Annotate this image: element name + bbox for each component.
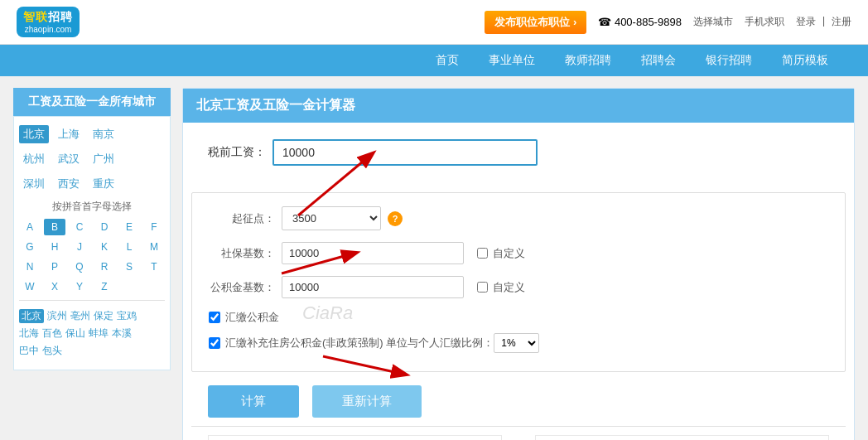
register-link[interactable]: 注册	[832, 15, 851, 29]
threshold-row: 起征点： 3500 5000 ?	[209, 206, 828, 230]
city-guangzhou[interactable]: 广州	[89, 150, 118, 168]
logo-area: 智联招聘 zhaopin.com	[17, 7, 83, 37]
nav-resume[interactable]: 简历模板	[767, 45, 843, 76]
content-title: 北京工资及五险一金计算器	[183, 89, 854, 123]
alpha-A[interactable]: A	[19, 219, 41, 235]
calculate-button[interactable]: 计算	[208, 385, 299, 418]
sidebar-cities: 北京 上海 南京 杭州 武汉 广州 深圳 西安 重庆 按拼音首字母选择 A B …	[13, 116, 171, 370]
alpha-F[interactable]: F	[143, 219, 165, 235]
alpha-N[interactable]: N	[19, 259, 41, 275]
alpha-M[interactable]: M	[143, 239, 165, 255]
sidebar-title: 工资及五险一金所有城市	[13, 88, 171, 116]
nav-job-fair[interactable]: 招聘会	[626, 45, 691, 76]
header-links: 登录 | 注册	[796, 15, 851, 29]
nav-public-institution[interactable]: 事业单位	[474, 45, 550, 76]
city-chongqing[interactable]: 重庆	[89, 175, 118, 193]
contribute-fund-row: 汇缴公积金	[209, 310, 828, 325]
result-area: 个人所得税明细 社保公积金明细	[191, 426, 846, 440]
alpha-J[interactable]: J	[69, 239, 90, 255]
alpha-Q[interactable]: Q	[69, 259, 90, 275]
alpha-R[interactable]: R	[94, 259, 115, 275]
social-row: 社保基数： 自定义	[209, 242, 828, 264]
city-beijing[interactable]: 北京	[19, 125, 49, 143]
alpha-X[interactable]: X	[44, 278, 65, 295]
reset-button[interactable]: 重新计算	[312, 385, 422, 418]
city-list-baoji[interactable]: 宝鸡	[117, 309, 137, 323]
help-icon[interactable]: ?	[388, 211, 403, 226]
alpha-B[interactable]: B	[44, 219, 65, 235]
alpha-P[interactable]: P	[44, 259, 65, 275]
fund-custom-checkbox[interactable]	[477, 282, 488, 293]
city-list-b: 北京 滨州 亳州 保定 宝鸡 北海 百色 保山 蚌埠 本溪 巴中 包头	[19, 309, 165, 358]
social-custom-checkbox[interactable]	[477, 248, 488, 259]
city-shenzhen[interactable]: 深圳	[19, 175, 49, 193]
alpha-grid: A B C D E F G H J K L M N P Q R S T W X	[19, 219, 165, 295]
ratio-select[interactable]: 1% 2% 3% 4% 5%	[494, 333, 539, 353]
alpha-Y[interactable]: Y	[69, 278, 90, 295]
city-wuhan[interactable]: 武汉	[54, 150, 84, 168]
city-list-baoding[interactable]: 保定	[94, 309, 113, 323]
city-list-beihai[interactable]: 北海	[19, 326, 39, 341]
header: 智联招聘 zhaopin.com 发布职位布职位 › ☎ 400-885-989…	[0, 0, 868, 45]
form-area: 税前工资：	[183, 123, 854, 192]
fund-label: 公积金基数：	[209, 280, 275, 295]
city-list-bengbu[interactable]: 蚌埠	[89, 326, 108, 341]
city-list-baoshan[interactable]: 保山	[65, 326, 85, 341]
city-xian[interactable]: 西安	[54, 175, 84, 193]
fund-custom-label: 自定义	[493, 280, 525, 295]
alpha-C[interactable]: C	[69, 219, 90, 235]
social-custom-label: 自定义	[493, 246, 525, 261]
contribute-fund-checkbox[interactable]	[209, 312, 220, 323]
city-hangzhou[interactable]: 杭州	[19, 150, 49, 168]
contribute-fund-label: 汇缴公积金	[225, 310, 279, 325]
social-custom-check: 自定义	[477, 246, 525, 261]
fund-row: 公积金基数： 自定义	[209, 276, 828, 298]
city-list-benxi[interactable]: 本溪	[112, 326, 132, 341]
alpha-H[interactable]: H	[44, 239, 65, 255]
city-list-baise[interactable]: 百色	[42, 326, 62, 341]
supplement-row: 汇缴补充住房公积金(非政策强制) 单位与个人汇缴比例： 1% 2% 3% 4% …	[209, 333, 828, 353]
alpha-T[interactable]: T	[143, 259, 165, 275]
alpha-G[interactable]: G	[19, 239, 41, 255]
supplement-checkbox[interactable]	[209, 337, 220, 349]
pretax-input[interactable]	[272, 139, 538, 166]
post-job-button[interactable]: 发布职位布职位 ›	[485, 11, 586, 34]
city-shanghai[interactable]: 上海	[54, 125, 84, 143]
alpha-K[interactable]: K	[94, 239, 115, 255]
threshold-select[interactable]: 3500 5000	[282, 206, 381, 230]
alpha-W[interactable]: W	[19, 278, 41, 295]
city-list-row-2: 北海 百色 保山 蚌埠 本溪	[19, 326, 165, 341]
mobile-jobs-link[interactable]: 手机求职	[745, 15, 784, 29]
city-nanjing[interactable]: 南京	[89, 125, 118, 143]
alpha-Z[interactable]: Z	[94, 278, 115, 295]
post-job-label: 发布职位布职位	[494, 15, 570, 30]
city-list-bozhou[interactable]: 亳州	[70, 309, 90, 323]
threshold-label: 起征点：	[209, 211, 275, 226]
fund-input[interactable]	[282, 276, 464, 298]
city-list-baotou[interactable]: 包头	[42, 344, 62, 358]
select-city-link[interactable]: 选择城市	[693, 15, 733, 29]
social-input[interactable]	[282, 242, 464, 264]
header-right: 发布职位布职位 › ☎ 400-885-9898 选择城市 手机求职 登录 | …	[485, 11, 851, 34]
pretax-label: 税前工资：	[200, 145, 266, 160]
alpha-E[interactable]: E	[118, 219, 140, 235]
social-label: 社保基数：	[209, 246, 275, 261]
divider: |	[822, 15, 825, 29]
alpha-D[interactable]: D	[94, 219, 115, 235]
city-list-bazhong[interactable]: 巴中	[19, 344, 39, 358]
logo-zhaopin: 招聘	[48, 10, 73, 23]
nav-teacher[interactable]: 教师招聘	[550, 45, 626, 76]
post-job-arrow: ›	[573, 16, 576, 28]
logo-domain: zhaopin.com	[25, 25, 72, 34]
nav-bank[interactable]: 银行招聘	[691, 45, 767, 76]
inner-box: 起征点： 3500 5000 ? 社保基数： 自定义	[191, 192, 846, 372]
login-link[interactable]: 登录	[796, 15, 816, 29]
city-list-beijing[interactable]: 北京	[19, 309, 44, 323]
alpha-S[interactable]: S	[118, 259, 140, 275]
logo-box: 智联招聘 zhaopin.com	[17, 7, 80, 37]
city-list-binzhou[interactable]: 滨州	[47, 309, 67, 323]
nav-home[interactable]: 首页	[421, 45, 474, 76]
alpha-L[interactable]: L	[118, 239, 140, 255]
city-list-row-1: 北京 滨州 亳州 保定 宝鸡	[19, 309, 165, 323]
alpha-title: 按拼音首字母选择	[19, 200, 165, 214]
